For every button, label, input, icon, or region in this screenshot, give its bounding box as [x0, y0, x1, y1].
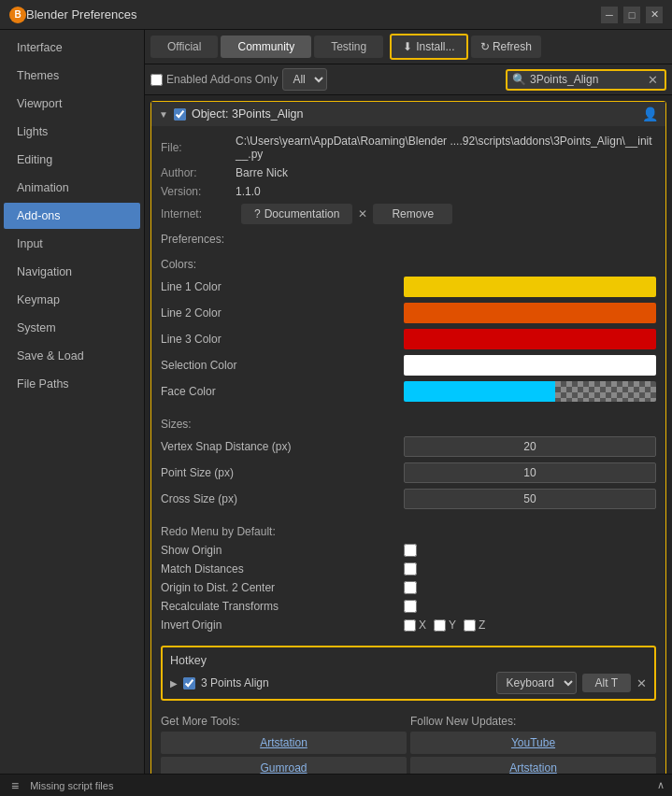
size-label-1: Point Size (px): [161, 466, 404, 479]
maximize-button[interactable]: □: [623, 7, 640, 23]
install-button[interactable]: ⬇ Install...: [390, 34, 467, 60]
status-arrow-icon: ∧: [657, 779, 665, 791]
xyz-z: Z: [464, 618, 485, 632]
sidebar-item-keymap[interactable]: Keymap: [4, 287, 140, 313]
redo-checkbox-3[interactable]: [404, 600, 417, 613]
sidebar-item-lights[interactable]: Lights: [4, 119, 140, 145]
more-tools-label: Get More Tools:: [161, 712, 407, 732]
size-input-1[interactable]: [404, 462, 656, 483]
sidebar-item-viewport[interactable]: Viewport: [4, 91, 140, 117]
hotkey-title: Hotkey: [170, 652, 647, 672]
tab-testing[interactable]: Testing: [314, 36, 383, 58]
redo-checkbox-1[interactable]: [404, 562, 417, 576]
artstation-right-link[interactable]: Artstation: [410, 757, 656, 774]
remove-button[interactable]: Remove: [373, 204, 452, 224]
search-icon: 🔍: [512, 73, 526, 86]
redo-row-0: Show Origin: [161, 541, 656, 560]
enabled-only-label[interactable]: Enabled Add-ons Only: [150, 73, 278, 86]
color-swatch-1[interactable]: [404, 303, 656, 323]
color-swatch-4[interactable]: [404, 381, 656, 402]
redo-row-1: Match Distances: [161, 560, 656, 578]
install-label: Install...: [416, 40, 454, 53]
addon-title-name: 3Points_Align: [232, 107, 303, 121]
doc-close-icon: ✕: [358, 207, 367, 220]
tools-right-col: Follow New Updates: YouTube Artstation T…: [410, 712, 656, 774]
sidebar-item-system[interactable]: System: [4, 315, 140, 341]
invert-origin-row: Invert Origin X Y Z: [161, 616, 656, 634]
preferences-label: Preferences:: [161, 227, 656, 249]
color-row-0: Line 1 Color: [161, 274, 656, 300]
sidebar-item-editing[interactable]: Editing: [4, 147, 140, 173]
sidebar-item-animation[interactable]: Animation: [4, 175, 140, 201]
sidebar-item-navigation[interactable]: Navigation: [4, 259, 140, 285]
size-input-0[interactable]: [404, 436, 656, 457]
category-select[interactable]: All: [282, 68, 327, 91]
addon-enabled-checkbox[interactable]: [174, 108, 186, 121]
search-clear-button[interactable]: ✕: [646, 73, 660, 87]
more-tools-section: Get More Tools: Artstation Gumroad Blend…: [161, 708, 656, 774]
minimize-button[interactable]: ─: [601, 7, 618, 23]
youtube-link[interactable]: YouTube: [410, 732, 656, 754]
size-label-2: Cross Size (px): [161, 492, 404, 505]
xyz-z-checkbox[interactable]: [464, 619, 476, 632]
hotkey-type-select[interactable]: Keyboard: [496, 672, 577, 694]
sidebar-item-addons[interactable]: Add-ons: [4, 203, 140, 229]
sidebar-item-input[interactable]: Input: [4, 231, 140, 257]
color-swatch-0[interactable]: [404, 277, 656, 297]
addon-details: File: C:\Users\yearn\AppData\Roaming\Ble…: [151, 126, 665, 774]
author-label: Author:: [161, 166, 236, 179]
hotkey-remove-button[interactable]: ✕: [636, 676, 647, 690]
question-icon: ?: [254, 207, 261, 220]
hotkey-row: ▶ 3 Points Align Keyboard Alt T ✕: [170, 672, 647, 694]
file-label: File:: [161, 141, 236, 154]
color-row-2: Line 3 Color: [161, 326, 656, 352]
color-swatch-2[interactable]: [404, 329, 656, 349]
sidebar-item-interface[interactable]: Interface: [4, 35, 140, 61]
tab-official[interactable]: Official: [150, 36, 218, 58]
redo-item-label-2: Origin to Dist. 2 Center: [161, 581, 404, 594]
xyz-y-checkbox[interactable]: [434, 619, 446, 632]
enabled-only-checkbox[interactable]: [150, 74, 163, 86]
close-button[interactable]: ✕: [646, 7, 663, 23]
addon-title-prefix: Object:: [192, 107, 229, 121]
y-label: Y: [449, 618, 456, 632]
version-value: 1.1.0: [236, 185, 261, 198]
xyz-x-checkbox[interactable]: [404, 619, 416, 632]
color-swatch-3[interactable]: [404, 355, 656, 376]
expand-arrow-icon: ▼: [159, 109, 168, 120]
sidebar-item-themes[interactable]: Themes: [4, 63, 140, 89]
search-box: 🔍 ✕: [506, 69, 666, 91]
size-input-2[interactable]: [404, 489, 656, 509]
size-row-2: Cross Size (px): [161, 486, 656, 512]
gumroad-link[interactable]: Gumroad: [161, 757, 407, 774]
sidebar-item-filepaths[interactable]: File Paths: [4, 371, 140, 397]
search-input[interactable]: [530, 73, 642, 86]
follow-label: Follow New Updates:: [410, 712, 656, 732]
color-label-0: Line 1 Color: [161, 280, 404, 293]
tab-community[interactable]: Community: [221, 36, 311, 58]
documentation-button[interactable]: ? Documentation: [241, 204, 352, 224]
addon-header[interactable]: ▼ Object: 3Points_Align 👤: [151, 102, 665, 126]
hotkey-key-button[interactable]: Alt T: [582, 674, 631, 692]
author-row: Author: Barre Nick: [161, 163, 656, 182]
sidebar-item-saveload[interactable]: Save & Load: [4, 343, 140, 369]
colors-label: Colors:: [161, 252, 656, 274]
refresh-label: Refresh: [493, 40, 532, 53]
status-message: Missing script files: [30, 780, 113, 791]
redo-section: Redo Menu by Default: Show Origin Match …: [161, 516, 656, 638]
status-menu-button[interactable]: ≡: [7, 776, 22, 795]
redo-checkbox-0[interactable]: [404, 544, 417, 557]
color-row-1: Line 2 Color: [161, 300, 656, 326]
filter-row: Enabled Add-ons Only All 🔍 ✕: [145, 64, 672, 95]
hotkey-checkbox[interactable]: [183, 677, 195, 689]
app-logo: B: [9, 7, 26, 23]
size-row-0: Vertex Snap Distance (px): [161, 434, 656, 460]
refresh-button[interactable]: ↻ Refresh: [471, 36, 541, 58]
addon-box: ▼ Object: 3Points_Align 👤 File: C:\Users…: [150, 101, 666, 774]
author-value: Barre Nick: [236, 166, 288, 179]
redo-checkbox-2[interactable]: [404, 581, 417, 594]
color-row-3: Selection Color: [161, 352, 656, 378]
hotkey-expand-icon: ▶: [170, 678, 178, 689]
enabled-only-text: Enabled Add-ons Only: [166, 73, 278, 86]
artstation-left-link[interactable]: Artstation: [161, 732, 407, 754]
